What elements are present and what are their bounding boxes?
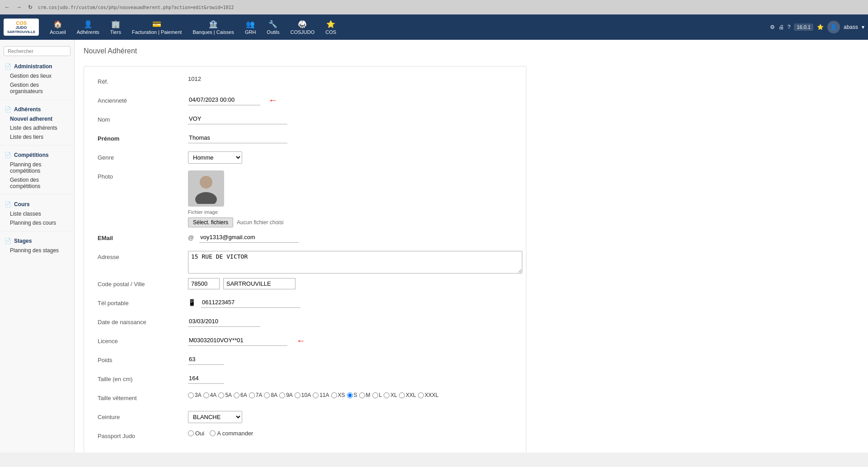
taille-input[interactable] (188, 373, 224, 384)
ceinture-select[interactable]: BLANCHE JAUNE ORANGE VERTE BLEUE MARRON … (188, 411, 242, 423)
dob-input[interactable] (188, 316, 260, 327)
tel-input[interactable] (201, 297, 300, 308)
row-poids: Poids (98, 354, 512, 368)
photo-area: Fichier image Sélect. fichiers Aucun fic… (188, 170, 283, 227)
nav-tiers[interactable]: 🏢 Tiers (105, 17, 127, 38)
help-icon[interactable]: ? (788, 24, 791, 30)
size-S-radio[interactable] (347, 392, 353, 398)
size-XXXL-label[interactable]: XXXL (418, 392, 439, 398)
postal-value (188, 278, 512, 289)
anciennete-value: ← (188, 94, 512, 105)
url-bar[interactable]: crm.cosjudo.fr/custom/cos/php/nouveauadh… (38, 5, 234, 10)
size-radios-group: 3A4A5A6A7A8A9A10A11AXSSMLXLXXLXXXL (188, 392, 438, 398)
size-7A-label[interactable]: 7A (249, 392, 263, 398)
size-8A-radio[interactable] (264, 392, 270, 398)
size-XS-radio[interactable] (331, 392, 337, 398)
nav-accueil[interactable]: 🏠 Accueil (44, 17, 71, 38)
size-9A-radio[interactable] (279, 392, 285, 398)
size-6A-label[interactable]: 6A (234, 392, 247, 398)
size-M-label[interactable]: M (359, 392, 371, 398)
size-9A-label[interactable]: 9A (279, 392, 293, 398)
size-L-radio[interactable] (372, 392, 378, 398)
search-input[interactable] (4, 46, 70, 56)
size-4A-radio[interactable] (203, 392, 209, 398)
nav-adherents[interactable]: 👤 Adhérents (71, 17, 105, 38)
size-4A-label[interactable]: 4A (203, 392, 217, 398)
sidebar-item-liste-tiers[interactable]: Liste des tiers (0, 132, 74, 142)
adresse-textarea[interactable]: 15 RUE DE VICTOR (188, 251, 522, 274)
email-input[interactable] (199, 232, 299, 243)
size-6A-radio[interactable] (234, 392, 239, 398)
size-S-label[interactable]: S (347, 392, 357, 398)
size-5A-radio[interactable] (218, 392, 224, 398)
size-3A-label[interactable]: 3A (188, 392, 202, 398)
size-XS-label[interactable]: XS (331, 392, 345, 398)
sidebar-item-planning-competitions[interactable]: Planning des compétitions (0, 160, 74, 175)
size-10A-label[interactable]: 10A (295, 392, 311, 398)
nav-banques[interactable]: 🏦 Banques | Caisses (187, 17, 239, 38)
size-XXL-radio[interactable] (399, 392, 405, 398)
user-avatar[interactable]: 👤 (827, 21, 840, 33)
prenom-input[interactable] (188, 132, 287, 143)
nav-outils[interactable]: 🔧 Outils (261, 17, 285, 38)
svg-point-0 (200, 176, 212, 189)
size-8A-label[interactable]: 8A (264, 392, 277, 398)
passport-commander-radio[interactable] (210, 430, 216, 436)
size-11A-radio[interactable] (313, 392, 319, 398)
city-input[interactable] (223, 278, 296, 289)
settings-icon[interactable]: ⚙ (770, 24, 775, 30)
size-11A-label[interactable]: 11A (313, 392, 329, 398)
sidebar-section-stages[interactable]: 📄 Stages (0, 235, 74, 246)
users-icon: 👥 (246, 20, 255, 28)
genre-label: Genre (98, 151, 188, 161)
sidebar-item-gestion-competitions[interactable]: Gestion des compétitions (0, 175, 74, 191)
nav-facturation[interactable]: 💳 Facturation | Paiement (127, 17, 187, 38)
sidebar-section-administration[interactable]: 📄 Administration (0, 61, 74, 71)
favorite-icon[interactable]: ⭐ (817, 24, 824, 30)
size-XL-radio[interactable] (384, 392, 389, 398)
sidebar-item-planning-stages[interactable]: Planning des stages (0, 246, 74, 255)
sidebar-item-gestion-lieux[interactable]: Gestion des lieux (0, 71, 74, 80)
print-icon[interactable]: 🖨 (779, 24, 784, 30)
row-adresse: Adresse 15 RUE DE VICTOR (98, 251, 512, 274)
sidebar-section-cours[interactable]: 📄 Cours (0, 198, 74, 209)
sidebar-item-liste-classes[interactable]: Liste classes (0, 209, 74, 218)
anciennete-input[interactable] (188, 94, 260, 105)
select-files-button[interactable]: Sélect. fichiers (188, 217, 233, 227)
page-title: Nouvel Adhérent (84, 47, 859, 59)
ceinture-label: Ceinture (98, 411, 188, 420)
size-L-label[interactable]: L (372, 392, 382, 398)
nom-input[interactable] (188, 113, 287, 124)
nav-grh[interactable]: 👥 GRH (239, 17, 261, 38)
sidebar-item-gestion-organisateurs[interactable]: Gestion des organisateurs (0, 80, 74, 96)
taille-vetement-value: 3A4A5A6A7A8A9A10A11AXSSMLXLXXLXXXL (188, 392, 512, 398)
row-ref: Réf. 1012 (98, 75, 512, 90)
size-10A-radio[interactable] (295, 392, 300, 398)
licence-input[interactable] (188, 335, 287, 346)
nav-cosjudo[interactable]: 🥋 COSJUDO (285, 17, 320, 38)
size-XXL-label[interactable]: XXL (399, 392, 416, 398)
sidebar-item-liste-adherents[interactable]: Liste des adhérents (0, 123, 74, 132)
sidebar-item-nouvel-adherent[interactable]: Nouvel adherent (0, 114, 74, 123)
sidebar-section-competitions[interactable]: 📄 Compétitions (0, 149, 74, 160)
size-XL-label[interactable]: XL (384, 392, 397, 398)
card-icon: 💳 (152, 20, 161, 28)
sidebar-section-adherents[interactable]: 📄 Adhérents (0, 104, 74, 114)
passport-commander-label[interactable]: A commander (210, 430, 253, 437)
home-icon: 🏠 (53, 20, 62, 28)
taille-label: Taille (en cm) (98, 373, 188, 382)
postal-code-input[interactable] (188, 278, 220, 289)
passport-oui-label[interactable]: Oui (188, 430, 204, 437)
size-3A-radio[interactable] (188, 392, 194, 398)
version-badge: 16.0.1 (794, 24, 813, 31)
user-dropdown-icon[interactable]: ▾ (862, 24, 864, 30)
poids-input[interactable] (188, 354, 224, 365)
size-XXXL-radio[interactable] (418, 392, 424, 398)
sidebar-item-planning-cours[interactable]: Planning des cours (0, 218, 74, 227)
genre-select[interactable]: Homme Femme (188, 151, 242, 164)
nav-cos[interactable]: ⭐ COS (320, 17, 342, 38)
passport-oui-radio[interactable] (188, 430, 194, 436)
size-7A-radio[interactable] (249, 392, 255, 398)
size-M-radio[interactable] (359, 392, 365, 398)
size-5A-label[interactable]: 5A (218, 392, 232, 398)
